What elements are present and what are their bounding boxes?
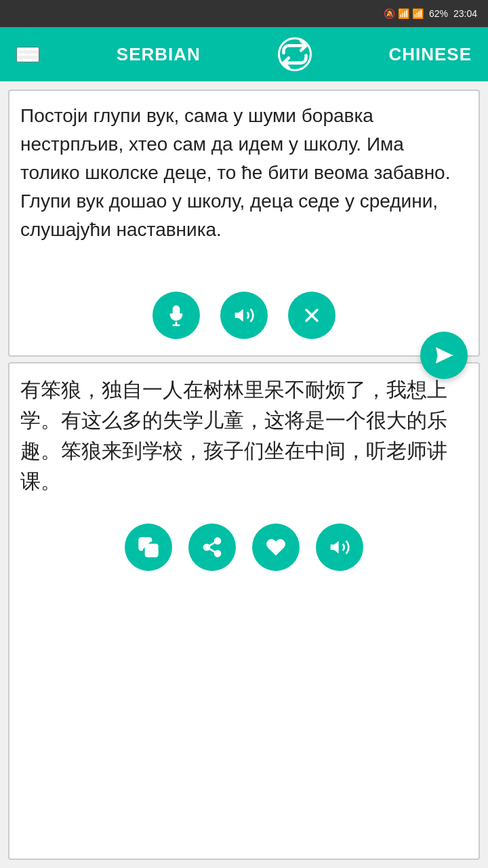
send-icon xyxy=(433,344,455,366)
share-icon xyxy=(201,536,223,558)
target-language-label: CHINESE xyxy=(388,44,472,65)
menu-line-3 xyxy=(18,59,38,61)
navbar: SERBIAN CHINESE xyxy=(0,27,488,81)
source-text-input[interactable] xyxy=(20,102,468,278)
status-bar: 🔕 📶 📶 62% 23:04 xyxy=(0,0,488,27)
speaker-icon xyxy=(233,304,255,326)
output-section: 有笨狼，独自一人在树林里呆不耐烦了，我想上学。有这么多的失学儿童，这将是一个很大… xyxy=(8,362,480,860)
microphone-button[interactable] xyxy=(152,292,200,339)
svg-rect-7 xyxy=(146,545,157,556)
svg-line-11 xyxy=(209,549,215,552)
output-controls xyxy=(20,524,468,576)
heart-icon xyxy=(265,536,287,558)
menu-button[interactable] xyxy=(16,47,39,62)
translate-button[interactable] xyxy=(420,332,468,379)
svg-line-12 xyxy=(209,542,215,546)
battery-status: 62% xyxy=(429,8,448,19)
clear-input-button[interactable] xyxy=(288,292,336,339)
speak-output-button[interactable] xyxy=(316,524,363,571)
main-content: 有笨狼，独自一人在树林里呆不耐烦了，我想上学。有这么多的失学儿童，这将是一个很大… xyxy=(0,81,488,868)
svg-marker-2 xyxy=(235,309,243,322)
status-icons: 🔕 📶 📶 xyxy=(384,8,424,19)
share-button[interactable] xyxy=(188,524,236,571)
swap-languages-button[interactable] xyxy=(278,37,312,71)
copy-icon xyxy=(138,536,159,558)
clear-icon xyxy=(301,304,323,326)
input-controls xyxy=(20,292,468,344)
speak-input-button[interactable] xyxy=(220,292,268,339)
menu-line-1 xyxy=(18,48,38,50)
source-language-label: SERBIAN xyxy=(117,44,201,65)
svg-marker-13 xyxy=(331,541,339,554)
copy-button[interactable] xyxy=(125,524,172,571)
speaker-output-icon xyxy=(329,536,350,558)
favorite-button[interactable] xyxy=(252,524,300,571)
mic-icon xyxy=(165,304,187,326)
input-section xyxy=(8,90,480,357)
translated-text: 有笨狼，独自一人在树林里呆不耐烦了，我想上学。有这么多的失学儿童，这将是一个很大… xyxy=(20,374,468,496)
swap-icon xyxy=(280,39,310,69)
menu-line-2 xyxy=(18,54,38,56)
time-display: 23:04 xyxy=(453,8,477,19)
